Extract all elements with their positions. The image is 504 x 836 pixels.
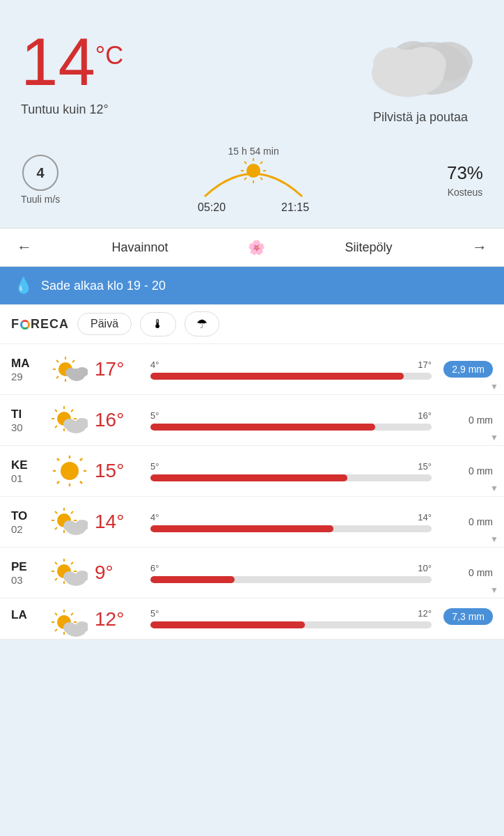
svg-line-11: [244, 162, 246, 164]
pollen-icon: 🌸: [248, 239, 265, 256]
forecast-row[interactable]: TI 30 16° 5° 16°: [0, 395, 504, 446]
forecast-row[interactable]: TO 02 14° 4° 14°: [0, 497, 504, 548]
range-labels: 4° 17°: [150, 359, 432, 370]
day-abbr: PE: [11, 560, 45, 574]
sun-times: 05:20 21:15: [198, 201, 309, 214]
svg-line-77: [55, 613, 57, 615]
day-abbr: TO: [11, 509, 45, 523]
svg-point-6: [246, 164, 260, 178]
chevron-down-icon: ▼: [490, 483, 498, 493]
range-bar: [150, 525, 432, 532]
nav-back-button[interactable]: ←: [17, 238, 32, 256]
svg-line-13: [260, 162, 262, 164]
svg-point-38: [63, 419, 76, 430]
nav-pollen-label: Siitepöly: [345, 240, 392, 255]
day-num: 29: [11, 371, 45, 382]
temperature-icon-button[interactable]: 🌡: [140, 312, 176, 336]
umbrella-icon: ☂: [196, 316, 207, 332]
wind-stat: 4 Tuuli m/s: [21, 155, 60, 205]
day-num: 03: [11, 574, 45, 586]
min-temp: 4°: [150, 512, 159, 522]
nav-forward-button[interactable]: →: [472, 238, 487, 256]
svg-line-32: [55, 410, 57, 412]
svg-line-46: [80, 458, 82, 460]
range-labels: 5° 12°: [150, 608, 432, 619]
chevron-down-icon: ▼: [490, 534, 498, 544]
forecast-list: MA 29 17° 4° 17°: [0, 344, 504, 640]
precip-zero: 0 mm: [468, 567, 493, 578]
svg-point-26: [65, 368, 77, 378]
precip-zero: 0 mm: [468, 465, 493, 477]
svg-line-55: [71, 511, 73, 513]
stats-section: 4 Tuuli m/s 15 h 54 min 05:20: [0, 139, 504, 228]
day-col: PE 03: [11, 560, 45, 586]
min-temp: 4°: [150, 359, 159, 370]
day-col: TO 02: [11, 509, 45, 535]
max-temp: 16°: [418, 410, 432, 421]
max-temp: 17°: [418, 359, 432, 370]
rain-icon-button[interactable]: ☂: [184, 311, 219, 336]
svg-line-68: [55, 578, 57, 580]
range-bar-fill: [150, 525, 333, 532]
svg-point-59: [63, 520, 76, 532]
svg-line-35: [55, 426, 57, 428]
range-bar-fill: [150, 621, 305, 628]
svg-point-39: [61, 462, 79, 480]
daylight-duration: 15 h 54 min: [228, 146, 279, 157]
chevron-down-icon: ▼: [490, 585, 498, 595]
day-num: 30: [11, 421, 45, 433]
svg-line-22: [72, 360, 74, 362]
svg-point-5: [373, 47, 412, 81]
svg-line-44: [57, 458, 59, 460]
forecast-row[interactable]: LA 12° 5° 12°: [0, 598, 504, 640]
range-bar-fill: [150, 373, 404, 380]
weather-app: 14 °C Tuntuu kuin 12° Pilvistä ja poutaa: [0, 0, 504, 836]
humidity-label: Kosteus: [448, 187, 483, 198]
range-bar: [150, 424, 432, 431]
temp-range-col: 5° 16°: [150, 410, 432, 431]
precip-col: 2,9 mm: [437, 361, 493, 378]
svg-line-23: [56, 376, 58, 378]
svg-line-45: [80, 481, 82, 483]
cloud-icon: [358, 21, 483, 104]
forecast-row[interactable]: MA 29 17° 4° 17°: [0, 344, 504, 395]
day-abbr: LA: [11, 608, 45, 622]
daily-temp: 17°: [95, 358, 145, 380]
weather-icon-col: [50, 354, 89, 385]
temp-range-col: 5° 12°: [150, 608, 432, 628]
range-bar: [150, 576, 432, 583]
max-temp: 14°: [418, 512, 432, 522]
temp-range-col: 4° 14°: [150, 512, 432, 532]
day-abbr: MA: [11, 357, 45, 371]
forecast-row[interactable]: PE 03 9° 6° 10°: [0, 548, 504, 598]
wind-label: Tuuli m/s: [21, 194, 60, 205]
foreca-logo: FRECA: [11, 317, 69, 332]
range-bar: [150, 373, 432, 380]
svg-line-80: [55, 629, 57, 631]
top-section: 14 °C Tuntuu kuin 12° Pilvistä ja poutaa: [0, 0, 504, 139]
forecast-row[interactable]: KE 01 15° 5° 15° 0 mm: [0, 446, 504, 497]
precip-col: 0 mm: [437, 415, 493, 426]
range-bar: [150, 474, 432, 481]
temp-unit: °C: [95, 41, 123, 70]
sun-arc-svg: [198, 158, 309, 200]
range-bar: [150, 621, 432, 628]
precip-col: 0 mm: [437, 567, 493, 578]
min-temp: 6°: [150, 563, 159, 573]
temperature-block: 14 °C Tuntuu kuin 12°: [21, 29, 123, 117]
daily-temp: 9°: [95, 562, 145, 584]
daily-temp: 15°: [95, 460, 145, 482]
temp-range-col: 5° 15°: [150, 461, 432, 481]
day-col: KE 01: [11, 458, 45, 484]
raindrop-icon: 💧: [14, 277, 33, 295]
precip-col: 0 mm: [437, 516, 493, 527]
svg-line-53: [55, 511, 57, 513]
svg-line-12: [260, 178, 262, 180]
weather-icon-col: [50, 506, 89, 537]
svg-line-65: [55, 562, 57, 564]
range-labels: 6° 10°: [150, 563, 432, 573]
day-col: TI 30: [11, 408, 45, 433]
paiva-button[interactable]: Päivä: [77, 313, 132, 335]
day-abbr: KE: [11, 458, 45, 472]
condition-block: Pilvistä ja poutaa: [358, 21, 483, 125]
